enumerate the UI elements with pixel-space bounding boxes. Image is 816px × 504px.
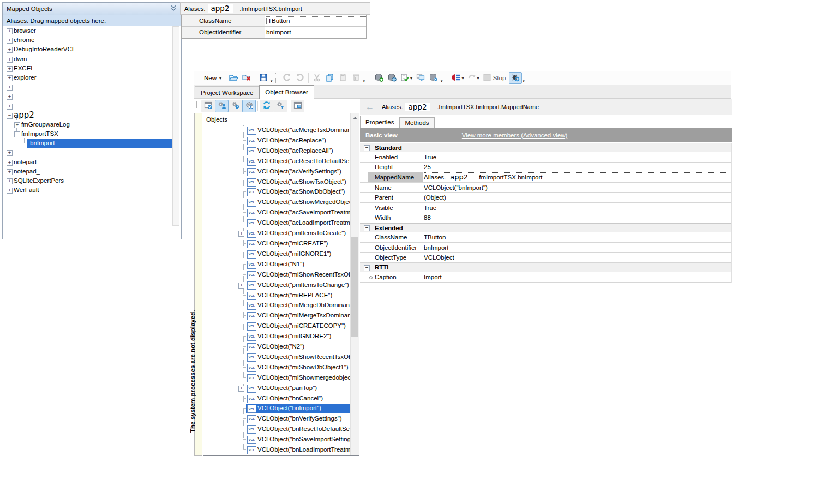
property-value[interactable]: 88 — [424, 213, 731, 223]
expand-icon[interactable]: + — [7, 104, 13, 110]
expand-icon[interactable]: + — [7, 178, 13, 184]
object-tree-item[interactable]: +VCLVCLObject("pmItemsToChange") — [203, 280, 351, 290]
tree-item-SQLiteExpertPers[interactable]: +SQLiteExpertPers — [3, 176, 181, 185]
mapped-tree-scrollbar[interactable] — [172, 26, 179, 226]
run-red-button[interactable]: ▾ — [451, 72, 466, 84]
object-tree-item[interactable]: VCLVCLObject("acSaveImportTreatm — [203, 207, 351, 218]
object-tree-item[interactable]: VCLVCLObject("miShowRecentTsxOb — [203, 352, 351, 362]
undo-button[interactable] — [280, 72, 293, 84]
property-row-name[interactable]: NameVCLObject("bnImport") — [360, 183, 731, 193]
collapse-icon[interactable]: − — [364, 265, 370, 271]
object-tree-item[interactable]: VCLVCLObject("bnResetToDefaultSe — [203, 424, 351, 434]
expand-icon[interactable]: + — [7, 94, 13, 100]
tree-item-browser[interactable]: +browser — [3, 26, 181, 35]
property-row-enabled[interactable]: EnabledTrue — [360, 152, 731, 163]
collapse-icon[interactable]: − — [364, 145, 370, 151]
tree-item[interactable]: + — [3, 101, 181, 111]
object-tree-item[interactable]: VCLVCLObject("miMergeTsxDominan — [203, 310, 351, 321]
tree-item-chrome[interactable]: +chrome — [3, 35, 181, 45]
tree-item-app2[interactable]: −app2 — [3, 111, 181, 120]
gears-person-button[interactable] — [215, 100, 229, 112]
database-gear-button[interactable] — [427, 72, 440, 84]
alias-property-value[interactable]: TButton — [265, 15, 366, 26]
property-value[interactable]: Aliases.app2.fmImportTSX.bnImport — [424, 172, 731, 182]
expand-icon[interactable]: + — [238, 283, 244, 289]
tree-item-fmGroupwareLog[interactable]: +fmGroupwareLog — [3, 120, 181, 129]
dropdown-caret-icon[interactable]: ▾ — [410, 76, 412, 81]
cut-button[interactable] — [310, 72, 323, 84]
object-tree-item[interactable]: VCLVCLObject("acShowDbObject") — [203, 187, 351, 197]
expand-icon[interactable]: + — [7, 150, 13, 156]
open-project-button[interactable] — [227, 72, 240, 84]
object-tree-item[interactable]: VCLVCLObject("miShowDbObject1") — [203, 362, 351, 373]
new-button[interactable]: New▾ — [201, 72, 223, 84]
tree-item-explorer[interactable]: +explorer — [3, 73, 181, 82]
object-tree-item[interactable]: VCLVCLObject("bnSaveImportSetting — [203, 434, 351, 445]
object-tree-item[interactable]: VCLVCLObject("acShowTsxObject") — [203, 177, 351, 187]
gears-button[interactable] — [229, 100, 242, 112]
property-value[interactable]: True — [424, 152, 731, 162]
section-header-extended[interactable]: −Extended — [360, 223, 731, 232]
dropdown-caret-icon[interactable]: ▾ — [477, 76, 479, 81]
property-row-height[interactable]: Height25 — [360, 163, 731, 173]
object-tree-item[interactable]: VCLVCLObject("acLoadImportTreatm — [203, 218, 351, 228]
property-value[interactable]: Import — [424, 272, 731, 282]
expand-icon[interactable]: + — [7, 75, 13, 81]
object-tree-item[interactable]: VCLVCLObject("acResetToDefaultSe — [203, 156, 351, 166]
refresh-button[interactable] — [260, 100, 273, 112]
delete-button[interactable] — [350, 72, 363, 84]
expand-icon[interactable]: + — [7, 38, 13, 44]
stop-button[interactable]: Stop — [481, 72, 509, 84]
property-value[interactable]: True — [424, 203, 731, 213]
property-row-classname[interactable]: ClassNameTButton — [360, 232, 731, 243]
paste-button[interactable] — [337, 72, 350, 84]
screens-copy-button[interactable] — [414, 72, 427, 84]
expand-icon[interactable]: + — [7, 160, 13, 166]
object-tree-item[interactable]: VCLVCLObject("acReplaceAll") — [203, 146, 351, 156]
dropdown-caret-icon[interactable]: ▾ — [219, 76, 221, 81]
advanced-view-link[interactable]: View more members (Advanced view) — [462, 132, 567, 139]
scroll-up-arrow-icon[interactable] — [353, 117, 357, 119]
object-tree-item[interactable]: VCLVCLObject("bnLoadImportTreatm — [203, 445, 351, 455]
tab-properties[interactable]: Properties — [360, 116, 399, 128]
tree-item[interactable]: + — [3, 148, 181, 157]
object-tree-item[interactable]: +VCLVCLObject("pmItemsToCreate") — [203, 228, 351, 238]
object-tree-item[interactable]: VCLVCLObject("miIGNORE2") — [203, 331, 351, 341]
collapse-icon[interactable]: − — [14, 131, 20, 137]
tree-item-WerFault[interactable]: +WerFault — [3, 185, 181, 195]
property-row-objectidentifier[interactable]: ObjectIdentifierbnImport — [360, 243, 731, 253]
page-check-button[interactable]: ▾ — [399, 72, 414, 84]
tree-item[interactable]: + — [3, 82, 181, 92]
expand-icon[interactable]: + — [14, 122, 20, 128]
object-tree-item[interactable]: VCLVCLObject("miCREATE") — [203, 238, 351, 249]
database-add-button[interactable] — [373, 72, 386, 84]
property-value[interactable]: VCLObject — [424, 253, 731, 262]
tree-item-DebugInfoReaderVCL[interactable]: +DebugInfoReaderVCL — [3, 45, 181, 54]
toolbar-overflow-caret[interactable]: ▾ — [271, 79, 273, 83]
alias-property-value[interactable]: bnImport — [265, 27, 366, 38]
tree-item-bnImport[interactable]: bnImport — [3, 139, 181, 148]
expand-icon[interactable]: + — [7, 66, 13, 72]
expand-icon[interactable]: + — [7, 169, 13, 175]
section-header-rtti[interactable]: −RTTI — [360, 263, 731, 272]
tree-item-notepad_[interactable]: +notepad_ — [3, 167, 181, 176]
tree-item-notepad[interactable]: +notepad — [3, 158, 181, 167]
object-tree-item[interactable]: VCLVCLObject("miREPLACE") — [203, 290, 351, 301]
property-row-caption[interactable]: CaptionImport — [360, 272, 731, 283]
object-tree-item[interactable]: VCLVCLObject("bnVerifySettings") — [203, 413, 351, 424]
object-tree-item[interactable]: VCLVCLObject("bnImport") — [203, 403, 351, 413]
property-row-width[interactable]: Width88 — [360, 213, 731, 224]
property-value[interactable]: (Object) — [424, 193, 731, 202]
cube-eye-button[interactable] — [242, 100, 256, 112]
expand-icon[interactable]: + — [7, 47, 13, 53]
object-tree-item[interactable]: VCLVCLObject("N1") — [203, 259, 351, 269]
expand-icon[interactable]: + — [7, 85, 13, 91]
property-value[interactable]: bnImport — [424, 243, 731, 253]
object-tree-item[interactable]: +VCLVCLObject("panTop") — [203, 383, 351, 393]
redo-button[interactable] — [293, 72, 307, 84]
object-tree-item[interactable]: VCLVCLObject("miShowRecentTsxOb — [203, 269, 351, 280]
section-header-standard[interactable]: −Standard — [360, 143, 731, 152]
object-tree-item[interactable]: VCLVCLObject("miIGNORE1") — [203, 249, 351, 259]
object-tree-item[interactable]: VCLVCLObject("acMergeTsxDominan — [203, 125, 351, 135]
property-value[interactable]: 25 — [424, 163, 731, 172]
